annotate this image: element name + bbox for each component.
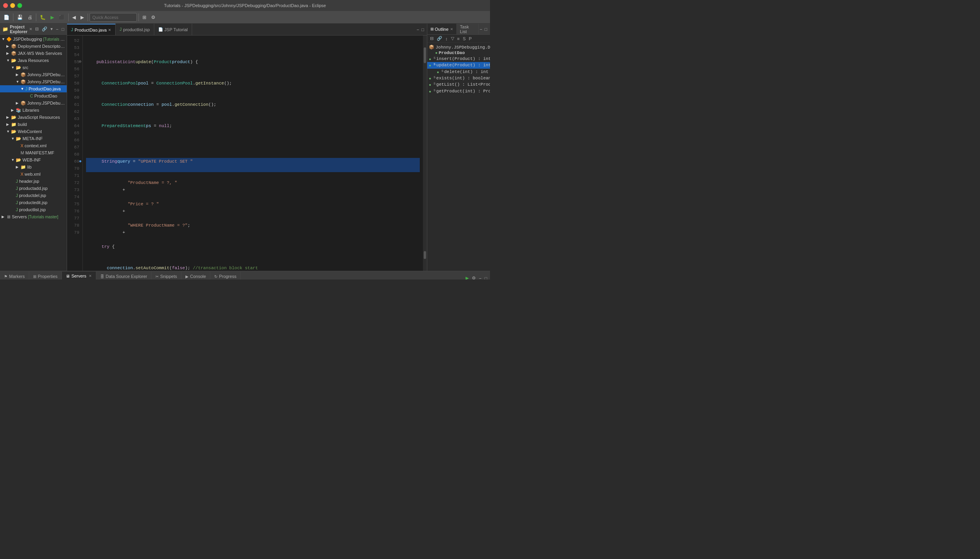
perspective-button[interactable]: ⊞	[140, 13, 148, 22]
tree-item-productdao-java[interactable]: ▼ J ProductDao.java	[0, 85, 67, 92]
tree-item-manifest[interactable]: M MANIFEST.MF	[0, 149, 67, 156]
scroll-thumb-top[interactable]	[424, 47, 426, 63]
code-line-62: try {	[86, 243, 420, 257]
close-button[interactable]	[3, 3, 8, 8]
link-with-editor-button[interactable]: 🔗	[41, 26, 49, 32]
scroll-thumb-bottom[interactable]	[424, 251, 426, 259]
class-circle-icon: ●	[435, 51, 438, 55]
outline-item-insert[interactable]: ● S insert(Product) : int	[427, 56, 490, 62]
progress-icon: ↻	[214, 274, 217, 279]
outline-collapse-all[interactable]: ⊟	[429, 36, 435, 41]
tree-item-java-resources[interactable]: ▼ 📂 Java Resources	[0, 57, 67, 64]
main-toolbar: 📄 💾 🖨 🐛 ▶ ⬛ ◀ ▶ ⊞ ⚙	[0, 11, 490, 24]
panel-menu-button[interactable]: ▾	[49, 26, 54, 32]
tab-console[interactable]: ▶ Console	[181, 272, 210, 280]
collapse-all-button[interactable]: ⊟	[34, 26, 40, 32]
tree-item-jaxws[interactable]: ▶ 📦 JAX-WS Web Services	[0, 50, 67, 57]
vertical-scrollbar[interactable]	[423, 36, 427, 271]
tree-item-context-xml[interactable]: X context.xml	[0, 142, 67, 149]
tree-item-build[interactable]: ▶ 📁 build	[0, 121, 67, 128]
tree-item-database-pkg[interactable]: ▶ 📦 Johnny.JSPDebugging.Database	[0, 99, 67, 107]
maximize-button[interactable]	[17, 3, 22, 8]
outline-close-icon[interactable]: ✕	[450, 27, 453, 31]
tab-productlist[interactable]: J productlist.jsp	[116, 24, 154, 36]
properties-icon: ⊞	[33, 274, 36, 279]
bottom-panel-settings[interactable]: ⚙	[471, 275, 477, 280]
navigate-fwd[interactable]: ▶	[79, 13, 86, 22]
outline-item-getlist[interactable]: ● S getList() : List<Product>	[427, 81, 490, 88]
tab-progress[interactable]: ↻ Progress	[210, 272, 241, 280]
tab-task-list[interactable]: Task List	[457, 24, 479, 34]
tab-jsptutorial[interactable]: 📄 JSP Tutorial	[154, 24, 192, 36]
save-button[interactable]: 💾	[15, 13, 25, 22]
new-button[interactable]: 📄	[2, 13, 11, 22]
tree-item-js-resources[interactable]: ▶ 📂 JavaScript Resources	[0, 114, 67, 121]
tree-item-productdel-jsp[interactable]: J productdel.jsp	[0, 192, 67, 199]
tree-item-meta-inf[interactable]: ▼ 📂 META-INF	[0, 135, 67, 142]
tree-item-deployment[interactable]: ▶ 📦 Deployment Descriptor: JSPDebugging	[0, 43, 67, 50]
outline-minimize-button[interactable]: −	[479, 26, 483, 32]
tab-productdao[interactable]: J ProductDao.java ✕	[67, 24, 116, 36]
outline-item-delete[interactable]: ● S delete(int) : int	[427, 69, 490, 75]
tab-close-icon[interactable]: ✕	[108, 28, 111, 32]
tree-item-web-inf[interactable]: ▼ 📂 WEB-INF	[0, 156, 67, 163]
tree-item-beans-pkg[interactable]: ▶ 📦 Johnny.JSPDebugging.Beans	[0, 71, 67, 78]
tree-item-productadd-jsp[interactable]: J productadd.jsp	[0, 185, 67, 192]
servers-tab-close[interactable]: ✕	[89, 274, 92, 278]
outline-item-pkg[interactable]: 📦 Johnny.JSPDebugging.Dao	[427, 44, 490, 50]
minimize-button[interactable]	[10, 3, 15, 8]
minimize-editor-button[interactable]: −	[415, 27, 420, 32]
bottom-panel-maximize[interactable]: □	[483, 276, 488, 280]
tab-snippets[interactable]: ✂ Snippets	[151, 272, 181, 280]
tree-item-web-xml[interactable]: X web.xml	[0, 171, 67, 178]
panel-maximize-button[interactable]: □	[60, 26, 65, 32]
maximize-editor-button[interactable]: □	[420, 27, 425, 32]
tab-datasource[interactable]: 🗄 Data Source Explorer	[96, 272, 151, 280]
outline-filter[interactable]: ▽	[450, 36, 455, 41]
preferences-button[interactable]: ⚙	[149, 13, 157, 22]
navigate-back[interactable]: ◀	[70, 13, 78, 22]
outline-item-getproduct[interactable]: ● S getProduct(int) : Product	[427, 88, 490, 94]
tab-markers[interactable]: ⚑ Markers	[0, 272, 29, 280]
outline-item-productdao[interactable]: ● ProductDao	[427, 50, 490, 56]
outline-item-exists[interactable]: ● S exists(int) : boolean	[427, 75, 490, 81]
outline-sort[interactable]: ↕	[444, 36, 449, 41]
tree-item-productedit-jsp[interactable]: J productedit.jsp	[0, 199, 67, 206]
outline-hide-static[interactable]: S	[462, 36, 467, 41]
tree-item-src[interactable]: ▼ 📂 src	[0, 64, 67, 71]
tree-item-productlist-jsp[interactable]: J productlist.jsp	[0, 206, 67, 213]
tree-item-libraries[interactable]: ▶ 📚 Libraries	[0, 107, 67, 114]
tree-item-productdao-class[interactable]: C ProductDao	[0, 92, 67, 99]
code-editor[interactable]: 52 53 54 55 56 57 58 59 60 61 62 63 64 6…	[67, 36, 427, 271]
java-tab-icon: J	[71, 28, 73, 32]
tree-item-header-jsp[interactable]: J header.jsp	[0, 178, 67, 185]
tree-item-webcontent[interactable]: ▼ 📂 WebContent	[0, 128, 67, 135]
folder-icon: 📁	[11, 122, 17, 127]
stop-button[interactable]: ⬛	[57, 13, 67, 22]
debug-button[interactable]: 🐛	[38, 13, 48, 22]
tab-outline[interactable]: ⊞ Outline ✕	[427, 24, 457, 34]
tree-item-servers[interactable]: ▶ 🖥 Servers [Tutorials master]	[0, 213, 67, 220]
outline-maximize-button[interactable]: □	[483, 26, 488, 32]
quick-access-input[interactable]	[90, 13, 137, 22]
bottom-panel-run[interactable]: ▶	[464, 275, 470, 280]
tab-servers[interactable]: 🖥 Servers ✕	[62, 272, 96, 280]
outline-hide-nonpublic[interactable]: P	[468, 36, 473, 41]
tree-item-lib[interactable]: ▶ 📁 lib	[0, 163, 67, 171]
bottom-panel-minimize[interactable]: −	[478, 276, 483, 280]
tasklist-tab-label: Task List	[460, 24, 475, 34]
panel-minimize-button[interactable]: −	[55, 26, 60, 32]
tree-item-dao-pkg[interactable]: ▼ 📦 Johnny.JSPDebugging.Dao	[0, 78, 67, 85]
code-line-59: + "ProductName = ?, "	[86, 179, 420, 193]
print-button[interactable]: 🖨	[26, 13, 34, 22]
outline-hide-fields[interactable]: ≡	[456, 36, 461, 41]
run-button[interactable]: ▶	[49, 13, 56, 22]
tree-item-label: Johnny.JSPDebugging.Dao	[27, 79, 65, 84]
outline-item-update[interactable]: ● S update(Product) : int	[427, 62, 490, 68]
outline-link-editor[interactable]: 🔗	[436, 36, 443, 41]
tree-item-jspdebug-root[interactable]: ▼ 🔶 JSPDebugging [Tutorials master]	[0, 36, 67, 43]
code-line-57	[86, 144, 420, 151]
method-icon: ● S	[429, 56, 436, 62]
tab-properties[interactable]: ⊞ Properties	[29, 272, 62, 280]
tree-item-label: web.xml	[24, 172, 40, 176]
